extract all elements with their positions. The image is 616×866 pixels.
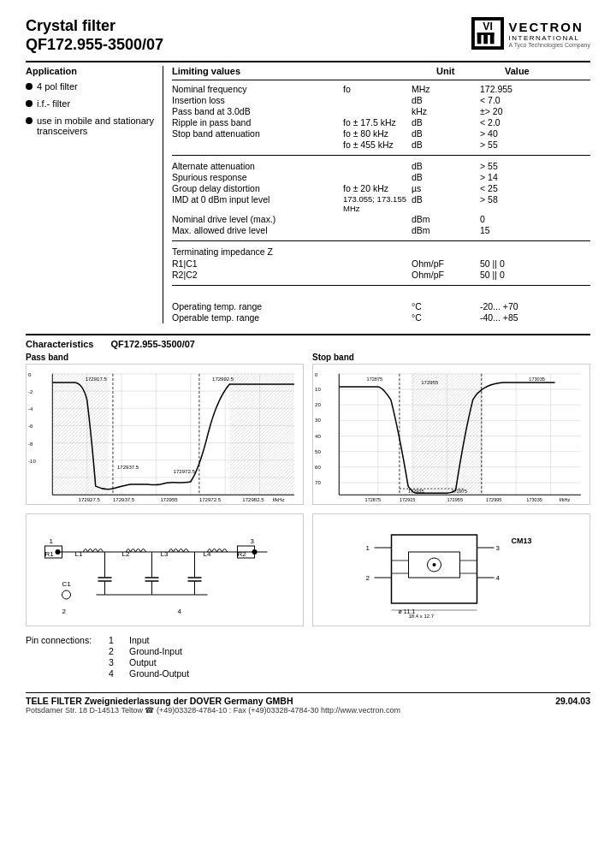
row-group-delay: Group delay distortion fo ± 20 kHz µs < … [172,183,590,193]
term-label-1: R1|C1 [172,258,343,269]
term-cond-2 [343,270,412,280]
bullet-dot-2 [26,100,33,107]
title-line1: Crystal filter [26,17,163,36]
temp-label-1: Operating temp. range [172,301,343,311]
svg-text:172915: 172915 [400,497,416,502]
svg-text:0: 0 [28,372,32,377]
val: < 7.0 [480,95,548,105]
val: < 25 [480,183,548,193]
svg-text:0: 0 [315,372,318,377]
stopband-title: Stop band [312,353,590,362]
svg-rect-111 [392,535,477,603]
svg-text:172975: 172975 [452,489,468,494]
label: Spurious response [172,172,343,182]
characteristics-model: QF172.955-3500/07 [111,339,195,349]
row-stopband2: fo ± 455 kHz dB > 55 [172,139,590,150]
svg-text:L1: L1 [75,550,83,558]
pin-num-2: 2 [109,646,126,656]
temp-val-1: -20... +70 [480,301,548,311]
svg-text:172972.5: 172972.5 [199,497,222,502]
footer-line1: TELE FILTER Zweigniederlassung der DOVER… [26,696,590,706]
bullet-item-1: 4 pol filter [26,81,154,92]
circuit-diagram-left: R1 L1 C1 L2 L3 L4 R2 [26,513,304,626]
svg-text:VI: VI [483,21,493,33]
unit: dB [412,139,480,150]
val: > 55 [480,139,548,150]
characteristics-section: Characteristics QF172.955-3500/07 Pass b… [26,334,590,679]
svg-point-106 [252,549,258,555]
unit: kHz [412,106,480,116]
label: IMD at 0 dBm input level [172,194,343,213]
term-row-r1c1: R1|C1 Ohm/pF 50 || 0 [172,258,590,269]
term-label-2: R2|C2 [172,270,343,280]
bullet-item-2: i.f.- filter [26,98,154,109]
main-content: Application 4 pol filter i.f.- filter us… [26,66,590,323]
term-cond-1 [343,258,412,269]
circuit-section: R1 L1 C1 L2 L3 L4 R2 [26,513,590,626]
unit: dB [412,161,480,171]
term-unit-2: Ohm/pF [412,270,480,280]
label: Stop band attenuation [172,128,343,139]
svg-text:3: 3 [496,544,500,552]
row-ripple: Ripple in pass band fo ± 17.5 kHz dB < 2… [172,117,590,128]
footer-company: TELE FILTER Zweigniederlassung der DOVER… [26,696,293,706]
svg-text:40: 40 [315,434,321,439]
svg-text:172875: 172875 [367,377,383,382]
circuit-diagram-right: 1 2 3 4 CM13 ø 11.1 18.4 x 12.7 [312,513,590,626]
svg-text:3: 3 [251,537,255,545]
cond [343,214,412,224]
unit: dB [412,117,480,128]
row-nominal-drive: Nominal drive level (max.) dBm 0 [172,214,590,224]
svg-point-108 [62,590,71,599]
term-header: Terminating impedance Z [172,246,590,257]
specs-rows: Nominal frequency fo MHz 172.955 Inserti… [172,84,590,150]
val: > 55 [480,161,548,171]
unit: dBm [412,214,480,224]
passband-title: Pass band [26,353,304,362]
unit: dB [412,172,480,182]
svg-text:4: 4 [496,574,500,582]
term-row-r2c2: R2|C2 Ohm/pF 50 || 0 [172,270,590,280]
svg-rect-58 [412,374,482,495]
characteristics-header: Characteristics QF172.955-3500/07 [26,339,590,349]
svg-text:f/kHz: f/kHz [560,497,571,502]
label: Group delay distortion [172,183,343,193]
specs-divider-1 [172,155,590,156]
label: Alternate attenuation [172,161,343,171]
specs-header: Limiting values Unit Value [172,66,590,80]
svg-text:20: 20 [315,402,321,407]
svg-text:172937.5: 172937.5 [113,497,135,502]
cond [343,225,412,235]
pin-num-3: 3 [109,657,126,667]
row-stopband: Stop band attenuation fo ± 80 kHz dB > 4… [172,128,590,139]
pin-connections-label: Pin connections: [26,635,92,679]
stopband-chart: 0 10 20 30 40 50 60 70 172955 172875 172… [312,364,590,505]
row-spurious: Spurious response dB > 14 [172,172,590,182]
title-line2: QF172.955-3500/07 [26,36,163,55]
temp-cond-2 [343,312,412,323]
svg-text:-8: -8 [28,442,33,447]
pin-num-1: 1 [109,635,126,645]
specs-rows-2: Alternate attenuation dB > 55 Spurious r… [172,161,590,235]
svg-text:172992.5: 172992.5 [212,377,234,382]
svg-text:50: 50 [315,449,321,454]
bullet-item-3: use in mobile and stationary transceiver… [26,116,154,136]
temp-row-2: Operable temp. range °C -40... +85 [172,312,590,323]
international-text: INTERNATIONAL [509,34,590,42]
unit: dB [412,95,480,105]
row-imd: IMD at 0 dBm input level 173.055; 173.15… [172,194,590,213]
term-val-1: 50 || 0 [480,258,548,269]
header-divider [26,61,590,62]
label: Nominal drive level (max.) [172,214,343,224]
row-insertion-loss: Insertion loss dB < 7.0 [172,95,590,105]
row-max-drive: Max. allowed drive level dBm 15 [172,225,590,235]
svg-rect-22 [52,374,109,495]
company-logo: VI VECTRON INTERNATIONAL A Tyco Technolo… [471,17,590,50]
svg-rect-5 [477,33,494,35]
val: > 40 [480,128,548,139]
svg-text:172982.5: 172982.5 [242,497,264,502]
svg-text:173035: 173035 [529,377,545,382]
label: Insertion loss [172,95,343,105]
val: < 2.0 [480,117,548,128]
svg-text:2: 2 [366,574,370,582]
